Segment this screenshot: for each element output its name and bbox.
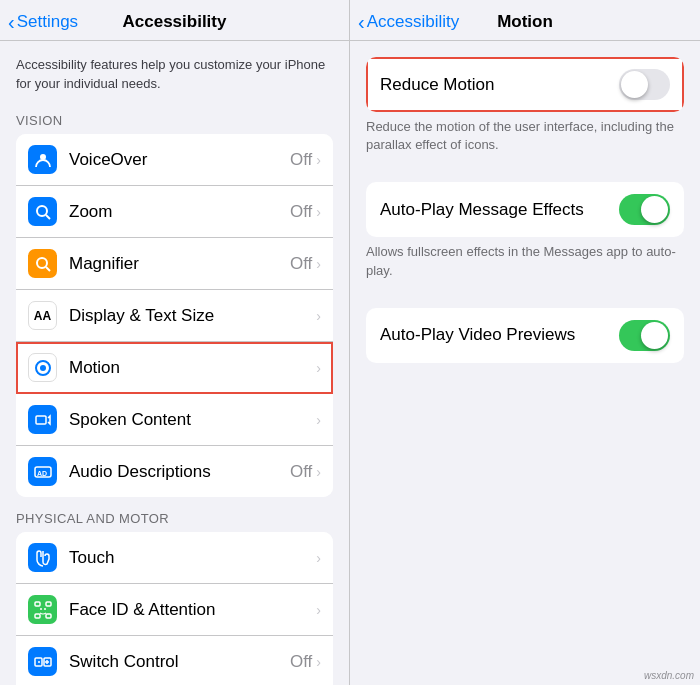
zoom-label: Zoom (69, 202, 290, 222)
display-text-size-chevron-icon: › (316, 308, 321, 324)
zoom-icon (28, 197, 57, 226)
right-settings-group: Auto-Play Message Effects (366, 182, 684, 237)
right-settings-group: Auto-Play Video Previews (366, 308, 684, 363)
svg-rect-7 (36, 416, 46, 424)
svg-point-14 (40, 608, 42, 610)
display-text-size-label: Display & Text Size (69, 306, 316, 326)
spoken-content-chevron-icon: › (316, 412, 321, 428)
right-nav-title: Motion (497, 12, 553, 32)
motion-icon (28, 353, 57, 382)
settings-item-audio-descriptions[interactable]: ADAudio DescriptionsOff› (16, 446, 333, 497)
right-back-label: Accessibility (367, 12, 460, 32)
reduce-motion-toggle[interactable] (619, 69, 670, 100)
switch-control-label: Switch Control (69, 652, 290, 672)
settings-item-touch[interactable]: Touch› (16, 532, 333, 584)
right-sections: Reduce MotionReduce the motion of the us… (350, 41, 700, 363)
auto-play-message-effects-label: Auto-Play Message Effects (380, 200, 619, 220)
settings-item-voiceover[interactable]: VoiceOverOff› (16, 134, 333, 186)
svg-point-15 (44, 608, 46, 610)
svg-line-2 (46, 215, 50, 219)
left-sections: VISIONVoiceOverOff›ZoomOff›MagnifierOff›… (0, 107, 349, 685)
auto-play-video-previews-toggle[interactable] (619, 320, 670, 351)
voiceover-icon (28, 145, 57, 174)
left-panel: ‹ Settings Accessibility Accessibility f… (0, 0, 350, 685)
back-chevron-icon: ‹ (8, 11, 15, 34)
watermark: wsxdn.com (644, 670, 694, 681)
accessibility-back-button[interactable]: ‹ Accessibility (358, 11, 459, 34)
right-settings-item-auto-play-message-effects[interactable]: Auto-Play Message Effects (366, 182, 684, 237)
touch-label: Touch (69, 548, 316, 568)
right-section-description: Reduce the motion of the user interface,… (350, 112, 700, 166)
zoom-chevron-icon: › (316, 204, 321, 220)
audio-descriptions-icon: AD (28, 457, 57, 486)
spoken-content-label: Spoken Content (69, 410, 316, 430)
motion-chevron-icon: › (316, 360, 321, 376)
settings-item-magnifier[interactable]: MagnifierOff› (16, 238, 333, 290)
right-settings-item-reduce-motion[interactable]: Reduce Motion (366, 57, 684, 112)
auto-play-message-effects-toggle-thumb (641, 196, 668, 223)
svg-point-6 (40, 365, 46, 371)
settings-item-face-id[interactable]: Face ID & Attention› (16, 584, 333, 636)
back-label: Settings (17, 12, 78, 32)
face-id-icon (28, 595, 57, 624)
svg-rect-10 (35, 602, 40, 606)
face-id-chevron-icon: › (316, 602, 321, 618)
auto-play-video-previews-label: Auto-Play Video Previews (380, 325, 619, 345)
description-text: Accessibility features help you customiz… (16, 57, 325, 91)
svg-line-4 (46, 267, 50, 271)
audio-descriptions-chevron-icon: › (316, 464, 321, 480)
section-header: VISION (0, 107, 349, 134)
settings-item-zoom[interactable]: ZoomOff› (16, 186, 333, 238)
svg-rect-13 (46, 614, 51, 618)
left-nav-bar: ‹ Settings Accessibility (0, 0, 349, 41)
section-header: PHYSICAL AND MOTOR (0, 505, 349, 532)
switch-control-value: Off (290, 652, 312, 672)
right-settings-group: Reduce Motion (366, 57, 684, 112)
svg-point-3 (37, 258, 47, 268)
switch-control-chevron-icon: › (316, 654, 321, 670)
audio-descriptions-label: Audio Descriptions (69, 462, 290, 482)
left-nav-title: Accessibility (123, 12, 227, 32)
voiceover-label: VoiceOver (69, 150, 290, 170)
magnifier-chevron-icon: › (316, 256, 321, 272)
right-settings-item-auto-play-video-previews[interactable]: Auto-Play Video Previews (366, 308, 684, 363)
svg-rect-11 (46, 602, 51, 606)
touch-chevron-icon: › (316, 550, 321, 566)
right-panel: ‹ Accessibility Motion Reduce MotionRedu… (350, 0, 700, 685)
settings-group: Touch›Face ID & Attention›Switch Control… (16, 532, 333, 685)
auto-play-video-previews-toggle-thumb (641, 322, 668, 349)
svg-text:AD: AD (37, 470, 47, 477)
zoom-value: Off (290, 202, 312, 222)
right-section-description: Allows fullscreen effects in the Message… (350, 237, 700, 291)
switch-control-icon (28, 647, 57, 676)
reduce-motion-toggle-thumb (621, 71, 648, 98)
voiceover-chevron-icon: › (316, 152, 321, 168)
audio-descriptions-value: Off (290, 462, 312, 482)
face-id-label: Face ID & Attention (69, 600, 316, 620)
settings-back-button[interactable]: ‹ Settings (8, 11, 78, 34)
display-text-size-icon: AA (28, 301, 57, 330)
spoken-content-icon (28, 405, 57, 434)
settings-item-switch-control[interactable]: Switch ControlOff› (16, 636, 333, 685)
auto-play-message-effects-toggle[interactable] (619, 194, 670, 225)
settings-item-spoken-content[interactable]: Spoken Content› (16, 394, 333, 446)
settings-item-motion[interactable]: Motion› (16, 342, 333, 394)
settings-group: VoiceOverOff›ZoomOff›MagnifierOff›AADisp… (16, 134, 333, 497)
voiceover-value: Off (290, 150, 312, 170)
magnifier-icon (28, 249, 57, 278)
settings-item-display-text-size[interactable]: AADisplay & Text Size› (16, 290, 333, 342)
right-back-chevron-icon: ‹ (358, 11, 365, 34)
reduce-motion-label: Reduce Motion (380, 75, 619, 95)
magnifier-value: Off (290, 254, 312, 274)
motion-label: Motion (69, 358, 316, 378)
right-nav-bar: ‹ Accessibility Motion (350, 0, 700, 41)
touch-icon (28, 543, 57, 572)
svg-rect-12 (35, 614, 40, 618)
svg-point-1 (37, 206, 47, 216)
description-box: Accessibility features help you customiz… (0, 41, 349, 107)
magnifier-label: Magnifier (69, 254, 290, 274)
